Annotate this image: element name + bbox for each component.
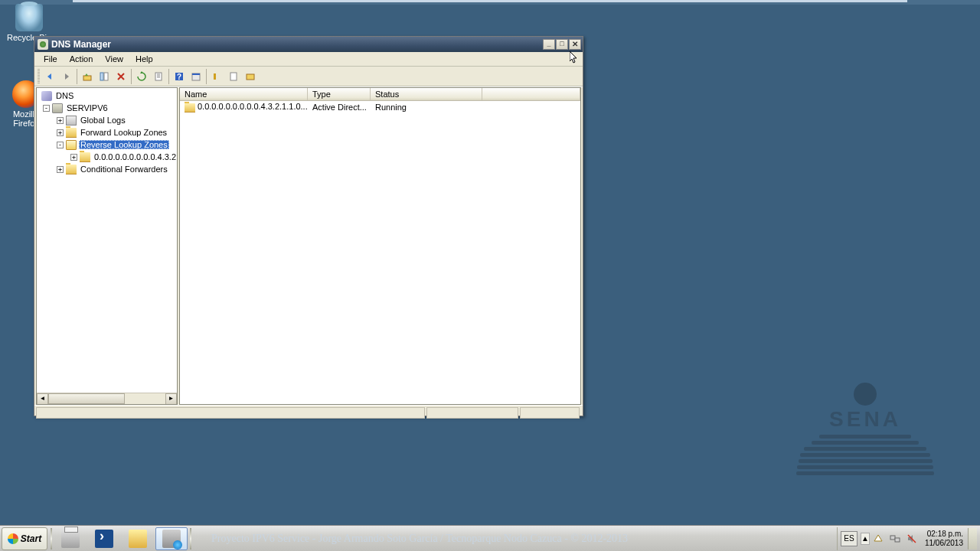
col-header-name[interactable]: Name xyxy=(180,88,308,100)
col-header-extra[interactable] xyxy=(482,88,580,100)
tree-root-dns[interactable]: DNS xyxy=(37,90,177,102)
quicklaunch-explorer[interactable] xyxy=(122,527,154,550)
toggle-conditional[interactable]: + xyxy=(57,166,64,173)
refresh-button[interactable] xyxy=(133,68,150,85)
explorer-icon xyxy=(129,530,147,548)
window-title: DNS Manager xyxy=(51,39,111,50)
status-pane-1 xyxy=(36,407,425,419)
clock-time: 02:18 p.m. xyxy=(925,530,963,539)
tree-server[interactable]: - SERVIPV6 xyxy=(37,102,177,114)
scroll-right-button[interactable]: ► xyxy=(165,393,177,405)
row-name: 0.0.0.0.0.0.0.0.0.4.3.2.1.1.0.... xyxy=(198,102,308,111)
row-status: Running xyxy=(371,103,482,112)
svg-rect-2 xyxy=(104,73,108,80)
svg-rect-9 xyxy=(230,73,237,80)
export-button[interactable] xyxy=(150,68,167,85)
toggle-server[interactable]: - xyxy=(43,105,50,112)
titlebar[interactable]: DNS Manager _ □ ✕ xyxy=(34,37,583,52)
scroll-left-button[interactable]: ◄ xyxy=(37,393,48,405)
folder-icon xyxy=(185,103,195,112)
server-manager-icon xyxy=(162,530,181,548)
log-icon xyxy=(66,116,77,126)
powershell-icon xyxy=(95,530,113,548)
menu-action[interactable]: Action xyxy=(64,53,100,65)
taskbar: Start Proyecto IPV6 Service - Jorge Arma… xyxy=(0,525,980,551)
printer-icon xyxy=(61,530,80,548)
volume-icon[interactable] xyxy=(906,533,918,545)
tree-reverse-zones[interactable]: - Reverse Lookup Zones xyxy=(37,139,177,151)
menu-file[interactable]: File xyxy=(38,53,64,65)
svg-rect-11 xyxy=(890,536,895,540)
toolbar-handle xyxy=(38,69,40,84)
tray-expand-button[interactable]: ▲ xyxy=(861,533,870,545)
col-header-status[interactable]: Status xyxy=(371,88,482,100)
row-type: Active Direct... xyxy=(308,103,371,112)
tree-forward-zones[interactable]: + Forward Lookup Zones xyxy=(37,126,177,139)
list-pane: Name Type Status 0.0.0.0.0.0.0.0.0.4.3.2… xyxy=(179,87,581,405)
start-label: Start xyxy=(21,533,41,544)
filter-button[interactable] xyxy=(225,68,242,85)
start-button[interactable]: Start xyxy=(2,527,47,550)
tree-global-logs[interactable]: + Global Logs xyxy=(37,114,177,126)
delete-button[interactable] xyxy=(113,68,129,85)
svg-rect-1 xyxy=(100,73,103,80)
col-header-type[interactable]: Type xyxy=(308,88,371,100)
svg-rect-8 xyxy=(214,73,216,80)
folder-open-icon xyxy=(66,140,77,150)
action-center-icon[interactable] xyxy=(872,533,884,545)
menu-help[interactable]: Help xyxy=(129,53,159,65)
svg-rect-7 xyxy=(192,73,200,75)
scroll-thumb[interactable] xyxy=(48,393,125,404)
quicklaunch-server-manager[interactable] xyxy=(155,527,188,550)
taskbar-title: Proyecto IPV6 Service - Jorge Armando So… xyxy=(193,533,837,545)
sena-watermark: SENA xyxy=(796,383,934,513)
folder-icon xyxy=(66,165,77,174)
folder-icon xyxy=(66,128,77,138)
up-button[interactable] xyxy=(79,68,96,85)
clock-date: 11/06/2013 xyxy=(925,539,963,548)
network-icon[interactable] xyxy=(889,533,901,545)
server-icon xyxy=(52,103,63,113)
list-header: Name Type Status xyxy=(180,88,580,101)
dns-manager-window: DNS Manager _ □ ✕ File Action View Help … xyxy=(34,36,583,416)
toggle-forward[interactable]: + xyxy=(57,129,64,136)
toolbar: ? xyxy=(34,67,583,86)
back-button[interactable] xyxy=(41,68,58,85)
tree-scrollbar[interactable]: ◄ ► xyxy=(37,393,177,404)
tree-pane: DNS - SERVIPV6 + Global Logs + Forward L… xyxy=(36,87,178,405)
tree-conditional-forwarders[interactable]: + Conditional Forwarders xyxy=(37,163,177,175)
clock[interactable]: 02:18 p.m. 11/06/2013 xyxy=(920,530,968,548)
show-hide-tree-button[interactable] xyxy=(96,68,113,85)
toggle-reverse[interactable]: - xyxy=(57,142,64,148)
app-icon xyxy=(38,39,48,50)
minimize-button[interactable]: _ xyxy=(543,39,555,50)
menubar: File Action View Help xyxy=(34,52,583,67)
start-orb-icon xyxy=(8,533,18,544)
statusbar xyxy=(34,405,583,420)
quicklaunch-printer[interactable] xyxy=(54,527,87,550)
folder-icon xyxy=(80,152,90,162)
properties-button[interactable] xyxy=(188,68,204,85)
new-zone-button[interactable] xyxy=(208,68,225,85)
help-button[interactable]: ? xyxy=(171,68,188,85)
svg-rect-0 xyxy=(83,76,91,80)
recycle-bin-icon xyxy=(15,4,43,31)
toggle-global-logs[interactable]: + xyxy=(57,117,64,124)
language-button[interactable]: ES xyxy=(841,531,858,546)
toggle-rev-zone[interactable]: + xyxy=(70,154,77,161)
maximize-button[interactable]: □ xyxy=(556,39,568,50)
quicklaunch-powershell[interactable] xyxy=(88,527,120,550)
system-tray: ES ▲ 02:18 p.m. 11/06/2013 xyxy=(837,527,980,550)
forward-button[interactable] xyxy=(58,68,75,85)
svg-rect-10 xyxy=(247,74,254,80)
new-record-button[interactable] xyxy=(242,68,259,85)
list-row[interactable]: 0.0.0.0.0.0.0.0.0.4.3.2.1.1.0.... Active… xyxy=(180,101,580,113)
close-button[interactable]: ✕ xyxy=(569,39,581,50)
show-desktop-button[interactable] xyxy=(968,528,977,549)
svg-rect-12 xyxy=(895,538,900,542)
svg-text:?: ? xyxy=(177,73,181,81)
tree-reverse-zone-item[interactable]: + 0.0.0.0.0.0.0.0.0.4.3.2. xyxy=(37,151,177,163)
dns-icon xyxy=(41,91,52,101)
status-pane-2 xyxy=(426,407,518,419)
menu-view[interactable]: View xyxy=(99,53,129,65)
